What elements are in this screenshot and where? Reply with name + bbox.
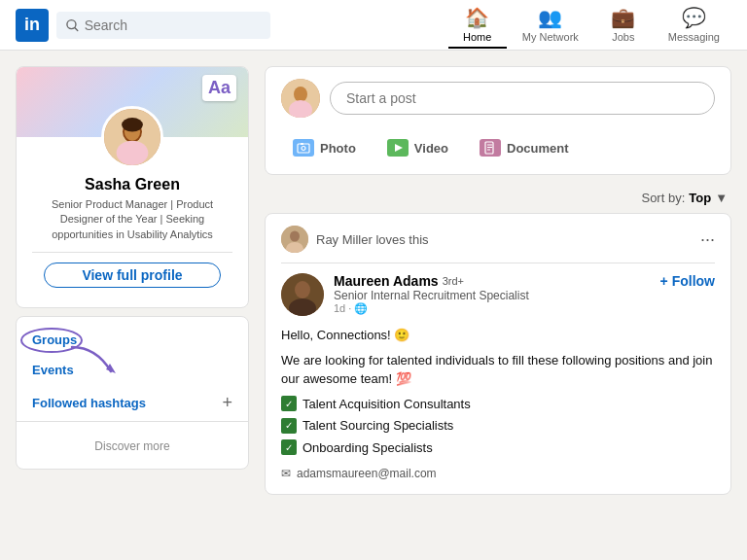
profile-avatar bbox=[101, 106, 163, 168]
sort-chevron-icon[interactable]: ▼ bbox=[715, 191, 728, 205]
profile-title: Senior Product Manager | Product Designe… bbox=[32, 197, 232, 242]
svg-rect-11 bbox=[298, 144, 309, 153]
avatar-image bbox=[104, 109, 160, 165]
nav-label-jobs: Jobs bbox=[612, 31, 634, 43]
divider bbox=[32, 252, 232, 253]
author-badge: 3rd+ bbox=[443, 275, 464, 287]
plus-icon[interactable]: + bbox=[222, 393, 232, 413]
loves-avatar-image bbox=[281, 226, 308, 253]
document-button[interactable]: Document bbox=[468, 133, 581, 162]
nav-item-network[interactable]: 👥 My Network bbox=[511, 2, 590, 49]
sidebar-item-hashtags[interactable]: Followed hashtags + bbox=[17, 385, 248, 421]
groups-link[interactable]: Groups bbox=[32, 332, 77, 347]
check-icon-2: ✓ bbox=[281, 418, 297, 434]
svg-point-12 bbox=[302, 147, 305, 151]
post-intro: We are looking for talented individuals … bbox=[281, 351, 715, 389]
nav-label-home: Home bbox=[463, 31, 491, 43]
follow-button[interactable]: + Follow bbox=[660, 273, 715, 289]
profile-avatar-wrapper bbox=[17, 106, 248, 168]
video-label: Video bbox=[414, 141, 448, 156]
post-box: Photo Video bbox=[265, 66, 731, 175]
nav-item-messaging[interactable]: 💬 Messaging bbox=[657, 2, 731, 49]
post-greeting: Hello, Connections! 🙂 bbox=[281, 326, 715, 345]
bullet-text-2: Talent Sourcing Specialists bbox=[302, 416, 453, 436]
nav-label-messaging: Messaging bbox=[668, 31, 720, 43]
main-content: Aa Sasha Green Senio bbox=[0, 51, 747, 510]
check-icon-3: ✓ bbox=[281, 439, 297, 455]
banner-card: Aa bbox=[202, 75, 236, 101]
nav-divider bbox=[17, 421, 248, 422]
search-input[interactable] bbox=[85, 18, 261, 33]
feed: Photo Video bbox=[265, 66, 731, 495]
svg-line-1 bbox=[75, 27, 78, 30]
bullet-list: ✓ Talent Acquisition Consultants ✓ Talen… bbox=[281, 395, 715, 458]
main-nav: 🏠 Home 👥 My Network 💼 Jobs 💬 Messaging bbox=[448, 2, 731, 49]
author-avatar-image bbox=[281, 273, 324, 316]
bullet-item-1: ✓ Talent Acquisition Consultants bbox=[281, 395, 715, 414]
author-name[interactable]: Maureen Adams bbox=[334, 273, 439, 289]
bullet-item-2: ✓ Talent Sourcing Specialists bbox=[281, 416, 715, 436]
author-meta: 1d · 🌐 bbox=[334, 302, 651, 315]
sidebar-item-groups[interactable]: Groups bbox=[17, 325, 248, 355]
email-row: ✉ adamsmaureen@mail.com bbox=[281, 465, 715, 482]
header: in 🏠 Home 👥 My Network 💼 Jobs 💬 Messagin… bbox=[0, 0, 747, 51]
sidebar-nav: Groups Events Followed hashtags + Discov… bbox=[16, 316, 249, 470]
nav-item-home[interactable]: 🏠 Home bbox=[448, 2, 507, 49]
feed-card: Ray Miller loves this ··· Maureen Adams bbox=[265, 213, 731, 495]
bullet-text-3: Onboarding Specialists bbox=[302, 438, 433, 458]
jobs-icon: 💼 bbox=[611, 6, 635, 29]
svg-marker-14 bbox=[395, 144, 403, 152]
search-icon bbox=[66, 18, 79, 32]
post-actions: Photo Video bbox=[281, 129, 715, 162]
profile-card: Aa Sasha Green Senio bbox=[16, 66, 249, 308]
author-subtitle: Senior Internal Recruitment Specialist bbox=[334, 289, 651, 302]
linkedin-logo[interactable]: in bbox=[16, 9, 49, 42]
svg-point-23 bbox=[295, 281, 310, 298]
post-content: Hello, Connections! 🙂 We are looking for… bbox=[281, 326, 715, 482]
post-avatar bbox=[281, 79, 320, 118]
svg-rect-13 bbox=[301, 143, 303, 145]
hashtags-link[interactable]: Followed hashtags bbox=[32, 396, 146, 410]
document-icon bbox=[480, 139, 501, 157]
email-icon: ✉ bbox=[281, 465, 291, 482]
post-author-row: Maureen Adams 3rd+ Senior Internal Recru… bbox=[281, 273, 715, 316]
author-avatar[interactable] bbox=[281, 273, 324, 316]
author-info: Maureen Adams 3rd+ Senior Internal Recru… bbox=[334, 273, 651, 315]
sidebar-item-events[interactable]: Events bbox=[17, 355, 248, 385]
post-input-row bbox=[281, 79, 715, 118]
post-avatar-image bbox=[281, 79, 320, 118]
network-icon: 👥 bbox=[538, 6, 562, 29]
banner-decoration: Aa bbox=[202, 75, 236, 101]
sort-bar: Sort by: Top ▼ bbox=[265, 183, 731, 213]
document-label: Document bbox=[507, 141, 569, 156]
start-post-input[interactable] bbox=[330, 82, 715, 115]
discover-more-button[interactable]: Discover more bbox=[17, 432, 248, 461]
view-profile-button[interactable]: View full profile bbox=[44, 262, 221, 288]
svg-point-4 bbox=[117, 141, 149, 165]
bullet-text-1: Talent Acquisition Consultants bbox=[302, 395, 471, 414]
video-button[interactable]: Video bbox=[375, 133, 460, 162]
messaging-icon: 💬 bbox=[682, 6, 706, 29]
nav-label-network: My Network bbox=[522, 31, 579, 43]
photo-icon bbox=[293, 139, 314, 157]
nav-item-jobs[interactable]: 💼 Jobs bbox=[594, 2, 653, 49]
email-address[interactable]: adamsmaureen@mail.com bbox=[297, 465, 437, 482]
more-options-icon[interactable]: ··· bbox=[700, 229, 715, 250]
svg-point-9 bbox=[294, 87, 307, 102]
video-icon bbox=[387, 139, 409, 157]
events-link[interactable]: Events bbox=[32, 363, 74, 377]
search-bar[interactable] bbox=[56, 12, 270, 39]
sort-label: Sort by: bbox=[641, 191, 685, 205]
photo-button[interactable]: Photo bbox=[281, 133, 368, 162]
home-icon: 🏠 bbox=[465, 6, 489, 29]
bullet-item-3: ✓ Onboarding Specialists bbox=[281, 438, 715, 458]
sort-value[interactable]: Top bbox=[689, 191, 711, 205]
profile-info: Sasha Green Senior Product Manager | Pro… bbox=[17, 168, 248, 307]
feed-card-header: Ray Miller loves this ··· bbox=[281, 226, 715, 253]
loves-text: Ray Miller loves this bbox=[316, 232, 429, 247]
photo-label: Photo bbox=[320, 141, 356, 156]
svg-point-6 bbox=[122, 118, 143, 132]
check-icon-1: ✓ bbox=[281, 396, 297, 411]
loves-row: Ray Miller loves this bbox=[281, 226, 429, 253]
svg-point-20 bbox=[290, 231, 300, 242]
